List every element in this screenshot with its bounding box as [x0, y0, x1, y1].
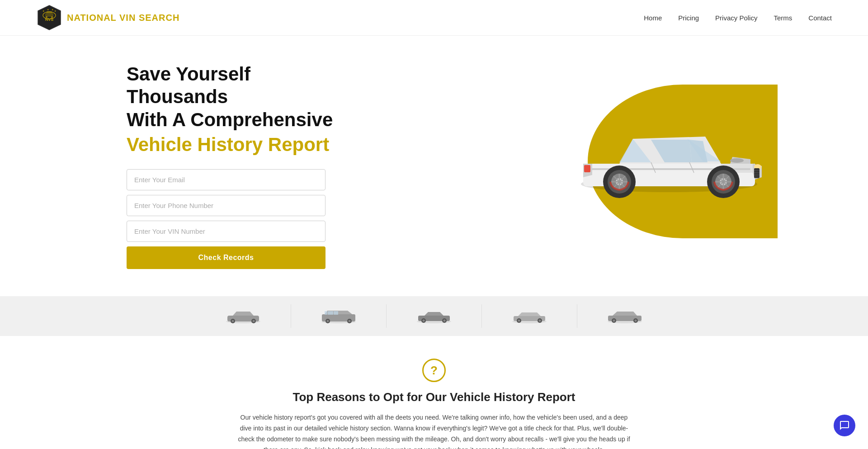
- question-mark-symbol: ?: [430, 364, 438, 378]
- svg-point-9: [51, 16, 53, 18]
- car-silhouette-icon-5: [604, 309, 645, 323]
- brand-strip-item: [291, 304, 387, 328]
- nav-home[interactable]: Home: [644, 14, 662, 22]
- question-icon: ?: [422, 359, 446, 382]
- chat-bubble-button[interactable]: [834, 415, 855, 436]
- nav-terms[interactable]: Terms: [774, 14, 792, 22]
- car-silhouette-icon-1: [223, 309, 264, 323]
- svg-rect-51: [334, 311, 338, 315]
- logo-text: NATIONAL VIN SEARCH: [67, 13, 179, 23]
- svg-point-40: [232, 320, 234, 322]
- hero-title: Save Yourself Thousands With A Comprehen…: [127, 63, 344, 131]
- hero-content-left: Save Yourself Thousands With A Comprehen…: [127, 63, 344, 269]
- header: NVS ★ ★ ★ ★ NATIONAL VIN SEARCH Home Pri…: [0, 0, 868, 36]
- check-records-button[interactable]: Check Records: [127, 246, 326, 269]
- hero-form: Check Records: [127, 169, 326, 269]
- svg-rect-49: [325, 311, 327, 315]
- svg-point-12: [730, 158, 744, 163]
- svg-point-8: [46, 16, 47, 18]
- svg-point-63: [539, 320, 541, 322]
- logo-area: NVS ★ ★ ★ ★ NATIONAL VIN SEARCH: [36, 5, 179, 31]
- svg-point-57: [443, 320, 446, 322]
- nav-contact[interactable]: Contact: [808, 14, 832, 22]
- bottom-title: Top Reasons to Opt for Our Vehicle Histo…: [90, 390, 778, 404]
- hero-subtitle: Vehicle History Report: [127, 134, 344, 156]
- main-nav: Home Pricing Privacy Policy Terms Contac…: [644, 14, 832, 22]
- brand-strip-item: [577, 304, 672, 328]
- svg-point-69: [635, 320, 637, 322]
- brand-strip: [0, 296, 868, 336]
- svg-point-42: [253, 320, 255, 322]
- email-input[interactable]: [127, 169, 326, 190]
- svg-point-48: [349, 320, 351, 322]
- svg-rect-32: [754, 168, 760, 178]
- brand-strip-item: [482, 304, 577, 328]
- nav-privacy-policy[interactable]: Privacy Policy: [715, 14, 757, 22]
- svg-point-61: [518, 320, 520, 322]
- car-silhouette-icon-4: [509, 309, 550, 323]
- brand-strip-item: [196, 304, 291, 328]
- bottom-description: Our vehicle history report's got you cov…: [235, 412, 633, 449]
- vin-input[interactable]: [127, 221, 326, 242]
- hero-image-area: [561, 85, 778, 247]
- logo-badge-icon: NVS ★ ★ ★ ★: [36, 5, 62, 31]
- car-silhouette-icon-3: [414, 309, 454, 323]
- bottom-section: ? Top Reasons to Opt for Our Vehicle His…: [0, 336, 868, 449]
- svg-rect-7: [45, 13, 53, 17]
- svg-rect-50: [328, 311, 333, 315]
- svg-point-67: [613, 320, 615, 322]
- hero-car-image: [561, 94, 778, 211]
- svg-point-46: [327, 320, 329, 322]
- nav-pricing[interactable]: Pricing: [678, 14, 699, 22]
- phone-input[interactable]: [127, 195, 326, 216]
- car-silhouette-icon-2: [318, 309, 359, 323]
- hero-section: Save Yourself Thousands With A Comprehen…: [0, 36, 868, 296]
- brand-strip-item: [387, 304, 482, 328]
- svg-point-55: [423, 320, 425, 322]
- chat-icon: [839, 420, 850, 431]
- svg-rect-31: [584, 165, 590, 172]
